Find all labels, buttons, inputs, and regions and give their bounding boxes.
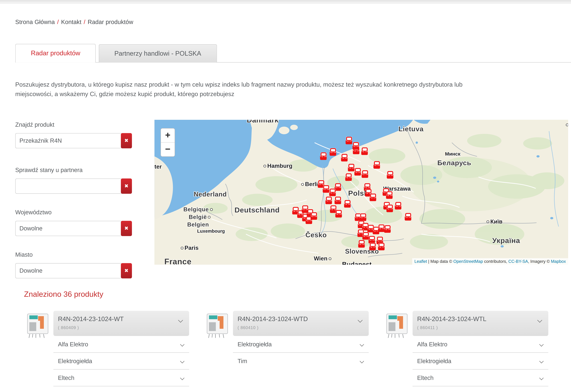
osm-link[interactable]: OpenStreetMap	[453, 259, 483, 263]
ccbysa-link[interactable]: CC-BY-SA	[508, 259, 528, 263]
results-count-heading: Znaleziono 36 produkty	[24, 290, 103, 299]
distributor-name: Grodno	[417, 391, 540, 392]
distributor-marker-icon[interactable]	[334, 210, 343, 218]
page: Strona Główna/Kontakt/Radar produktów Ra…	[0, 0, 571, 392]
field-miasto: Miasto ✖	[15, 251, 132, 278]
distributor-marker-icon[interactable]	[372, 161, 381, 169]
distributor-marker-icon[interactable]	[385, 204, 394, 212]
product-image	[24, 312, 52, 339]
distributor-row[interactable]: Eltech	[53, 369, 189, 386]
distributor-marker-icon[interactable]	[360, 170, 369, 178]
distributor-marker-icon[interactable]	[383, 225, 392, 233]
distributor-row[interactable]: Alfa Elektro	[53, 336, 189, 353]
distributor-row[interactable]: Alfa Elektro	[413, 336, 548, 353]
distributor-name: Alfa Elektro	[417, 341, 540, 348]
distributor-marker-icon[interactable]	[351, 142, 360, 150]
distributor-marker-icon[interactable]	[310, 212, 318, 220]
distributor-marker-icon[interactable]	[319, 152, 328, 160]
product-code: ( 860411 )	[417, 325, 438, 330]
distributor-row[interactable]: Elektrogiełda	[53, 353, 189, 369]
distributor-marker-icon[interactable]	[357, 240, 366, 248]
distributor-row[interactable]: Grodno	[53, 386, 189, 392]
distributor-row[interactable]: Grodno	[413, 386, 548, 392]
tab-bar: Radar produktów Partnerzy handlowi - POL…	[15, 44, 571, 63]
distributor-marker-icon[interactable]	[301, 205, 310, 213]
map-place-label: M	[565, 121, 568, 128]
product-search-input[interactable]	[15, 133, 122, 148]
distributor-marker-icon[interactable]	[386, 171, 394, 179]
distributor-marker-icon[interactable]	[344, 173, 353, 181]
map-place-label: Wien	[314, 255, 332, 262]
distributor-marker-icon[interactable]	[377, 243, 386, 250]
distributor-name: Grodno	[58, 391, 181, 392]
distributor-list: Alfa ElektroElektrogiełdaEltechGrodno	[53, 336, 189, 392]
distributor-marker-icon[interactable]	[340, 154, 349, 162]
leaflet-link[interactable]: Leaflet	[414, 259, 427, 263]
field-sprawdz-stany: Sprawdź stany u partnera ✖	[15, 167, 132, 194]
breadcrumb: Strona Główna/Kontakt/Radar produktów	[15, 19, 133, 26]
breadcrumb-home[interactable]: Strona Główna	[15, 19, 55, 25]
attribution-text: | Map data ©	[427, 259, 453, 263]
map-place-label: France	[164, 257, 191, 265]
product-code: ( 860409 )	[58, 325, 79, 330]
field-label: Sprawdź stany u partnera	[15, 167, 132, 174]
distributor-row[interactable]: Tim	[233, 353, 369, 369]
product-code: ( 860410 )	[238, 325, 258, 330]
distributor-marker-icon[interactable]	[328, 148, 337, 156]
zoom-in-button[interactable]: +	[161, 129, 175, 142]
product-dropdown[interactable]: R4N-2014-23-1024-WTD ( 860410 )	[233, 311, 369, 336]
clear-button[interactable]: ✖	[121, 221, 132, 236]
distributor-marker-icon[interactable]	[343, 200, 352, 208]
tab-partnerzy-handlowi[interactable]: Partnerzy handlowi - POLSKA	[99, 44, 217, 62]
clear-x-icon: ✖	[124, 268, 128, 274]
clear-button[interactable]: ✖	[121, 178, 132, 194]
field-wojewodztwo: Województwo ✖	[15, 209, 132, 236]
distributor-marker-icon[interactable]	[324, 196, 333, 204]
mapbox-link[interactable]: Mapbox	[551, 259, 566, 263]
intro-text: Poszukujesz dystrybutora, u którego kupi…	[15, 80, 557, 99]
voivodeship-input[interactable]	[15, 221, 122, 236]
chevron-down-icon	[180, 359, 185, 363]
distributor-marker-icon[interactable]	[368, 243, 377, 250]
distributor-marker-icon[interactable]	[328, 188, 337, 196]
intro-line-2: miejscowości, a wskażemy Ci, gdzie możes…	[15, 89, 557, 99]
city-dot-icon	[263, 165, 266, 167]
clear-button[interactable]: ✖	[121, 263, 132, 278]
partner-search-input[interactable]	[15, 178, 122, 194]
distributor-name: Elektrogiełda	[58, 358, 181, 364]
distributor-marker-icon[interactable]	[369, 193, 377, 201]
chevron-down-icon	[360, 359, 364, 363]
zoom-out-button[interactable]: −	[161, 142, 175, 156]
product-dropdown[interactable]: R4N-2014-23-1024-WTL ( 860411 )	[413, 311, 548, 336]
distributor-marker-icon[interactable]	[394, 202, 402, 210]
breadcrumb-kontakt[interactable]: Kontakt	[61, 19, 81, 25]
map-place-label: Lietuva	[399, 125, 424, 133]
city-input[interactable]	[15, 263, 122, 278]
chevron-down-icon	[358, 318, 362, 322]
distributor-marker-icon[interactable]	[404, 213, 412, 221]
distributor-row[interactable]: Eltech	[413, 369, 548, 386]
map-place-label: Česko	[305, 231, 327, 239]
product-dropdown[interactable]: R4N-2014-23-1024-WT ( 860409 )	[53, 311, 189, 336]
chevron-down-icon	[539, 359, 543, 363]
chevron-down-icon	[360, 342, 364, 346]
breadcrumb-separator: /	[84, 19, 86, 25]
distributor-marker-icon[interactable]	[360, 147, 369, 155]
tab-radar-produktow[interactable]: Radar produktów	[15, 44, 96, 63]
map-place-label: Deutschland	[234, 206, 280, 214]
distributor-marker-icon[interactable]	[333, 196, 342, 204]
city-dot-icon	[328, 258, 331, 260]
clear-button[interactable]: ✖	[121, 133, 132, 148]
chevron-down-icon	[180, 342, 185, 346]
map-place-label: Belgique	[183, 206, 214, 212]
map-place-label: Belgien	[187, 221, 209, 228]
leaflet-map[interactable]: DanmarkLietuvaМинскБеларусьHamburgterBer…	[154, 120, 568, 265]
distributor-name: Eltech	[58, 374, 181, 381]
distributor-marker-icon[interactable]	[385, 191, 394, 199]
chevron-down-icon	[178, 318, 183, 322]
chevron-down-icon	[539, 376, 543, 380]
distributor-row[interactable]: Elektrogiełda	[233, 336, 369, 353]
distributor-marker-icon[interactable]	[358, 213, 367, 221]
distributor-row[interactable]: Elektrogiełda	[413, 353, 548, 369]
distributor-name: Elektrogiełda	[238, 341, 360, 348]
